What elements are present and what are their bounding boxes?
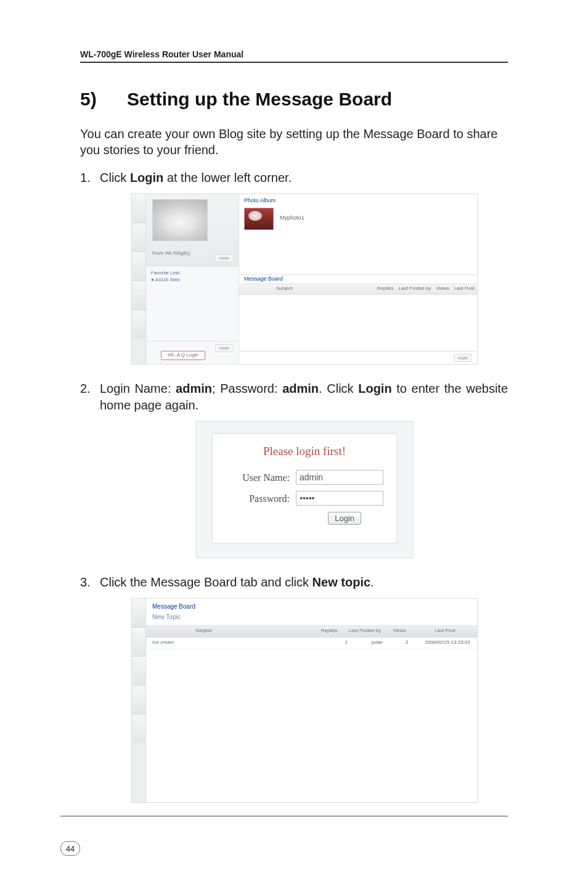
- th-lastposted: Last Posted by: [396, 285, 434, 292]
- vertical-tab[interactable]: [132, 657, 145, 686]
- album-meta: From WL700gE(): [152, 250, 190, 257]
- section-heading: 5)Setting up the Message Board: [80, 89, 508, 110]
- footer-rule: [60, 816, 508, 816]
- row-views: 3: [396, 639, 418, 646]
- step-1-bold: Login: [130, 171, 163, 184]
- figure-3-vertical-tabs: [132, 599, 146, 802]
- message-board-header: Subject Replies Last Posted by Views Las…: [239, 284, 477, 295]
- photo-album-title: Photo Album: [239, 194, 477, 205]
- table-row[interactable]: Ice cream 1 polar 3 2006/02/15 13:33:03: [146, 638, 477, 649]
- figure-1-vertical-tabs: [132, 194, 146, 364]
- login-button[interactable]: WL-A Q Login: [161, 351, 205, 360]
- login-card: Please login first! User Name: Password:…: [211, 433, 398, 544]
- th-views: Views: [386, 628, 413, 635]
- th-views: Views: [433, 285, 451, 292]
- step-1-marker: 1.: [80, 170, 91, 186]
- message-board-more-button[interactable]: more: [454, 354, 472, 362]
- message-board-page-title: Message Board: [146, 599, 477, 612]
- vertical-tab[interactable]: [132, 628, 145, 657]
- th-replies: Replies: [314, 628, 344, 635]
- password-input[interactable]: [296, 491, 383, 506]
- th-lastpost: Last Post: [413, 628, 477, 635]
- login-card-title: Please login first!: [226, 443, 383, 459]
- vertical-tab[interactable]: [132, 252, 145, 281]
- step-1-text-c: at the lower left corner.: [163, 171, 292, 184]
- th-subject: Subject: [239, 285, 375, 292]
- message-board-body: [239, 295, 477, 351]
- step-3-text-c: .: [370, 575, 374, 589]
- message-board-table-header: Subject Replies Last Posted by Views Las…: [146, 626, 477, 638]
- vertical-tab[interactable]: [132, 194, 145, 223]
- vertical-tab[interactable]: [132, 686, 145, 715]
- album-thumbnail[interactable]: [152, 199, 208, 241]
- message-board-footer: more: [239, 351, 477, 364]
- password-label: Password:: [226, 492, 296, 506]
- favorite-link-item[interactable]: ● ASUS Web: [151, 277, 234, 284]
- figure-2: Please login first! User Name: Password:…: [196, 421, 412, 557]
- album-widget: From WL700gE() more: [146, 194, 239, 266]
- step-3: 3. Click the Message Board tab and click…: [80, 574, 508, 802]
- step-2-text-a: Login Name:: [100, 382, 176, 395]
- login-strip: more WL-A Q Login: [146, 342, 239, 364]
- row-subject: Ice cream: [146, 639, 334, 646]
- row-lastpost: 2006/02/15 13:33:03: [418, 639, 477, 646]
- row-lastposted: polar: [359, 639, 396, 646]
- album-more-button[interactable]: more: [215, 254, 234, 262]
- username-label: User Name:: [226, 471, 296, 485]
- step-2-marker: 2.: [80, 380, 91, 397]
- step-3-marker: 3.: [80, 574, 91, 591]
- new-topic-link[interactable]: New Topic: [146, 612, 477, 626]
- username-input[interactable]: [296, 470, 383, 485]
- section-number: 5): [80, 89, 127, 110]
- photo-album-body: Myphoto1: [239, 205, 477, 274]
- th-lastposted: Last Posted by: [344, 628, 386, 635]
- vertical-tab[interactable]: [132, 599, 145, 628]
- intro-paragraph: You can create your own Blog site by set…: [80, 126, 508, 158]
- step-1: 1. Click Login at the lower left corner.: [80, 170, 508, 363]
- figure-3: Message Board New Topic Subject Replies …: [131, 598, 476, 802]
- favorite-links-title: Favorite Link:: [151, 270, 234, 277]
- vertical-tab[interactable]: [132, 223, 145, 252]
- step-3-text-a: Click the Message Board tab and click: [100, 575, 312, 589]
- message-board-title: Message Board: [239, 274, 477, 284]
- photo-label: Myphoto1: [280, 214, 304, 221]
- favorite-links-widget: Favorite Link: ● ASUS Web: [146, 266, 239, 342]
- vertical-tab[interactable]: [132, 715, 145, 743]
- login-submit-button[interactable]: Login: [328, 512, 361, 525]
- step-2: 2. Login Name: admin; Password: admin. C…: [80, 380, 508, 557]
- page-number: 44: [60, 841, 80, 856]
- vertical-tab[interactable]: [132, 310, 145, 339]
- running-head: WL-700gE Wireless Router User Manual: [80, 49, 508, 63]
- step-2-text-e: . Click: [319, 382, 358, 395]
- login-more-button[interactable]: more: [215, 344, 234, 352]
- vertical-tab[interactable]: [132, 281, 145, 310]
- photo-thumbnail[interactable]: [244, 208, 274, 230]
- step-1-text-a: Click: [100, 171, 130, 184]
- page-footer: 44: [60, 816, 508, 856]
- th-replies: Replies: [375, 285, 396, 292]
- section-title: Setting up the Message Board: [127, 89, 392, 109]
- row-replies: 1: [334, 639, 359, 646]
- step-2-text-c: ; Password:: [212, 382, 282, 395]
- figure-1: From WL700gE() more Favorite Link: ● ASU…: [131, 194, 476, 363]
- step-2-bold-admin2: admin: [282, 382, 319, 395]
- th-subject: Subject: [146, 628, 314, 635]
- step-2-bold-login: Login: [358, 382, 391, 395]
- step-2-bold-admin1: admin: [176, 382, 212, 395]
- th-lastpost: Last Post: [452, 285, 477, 292]
- step-3-bold: New topic: [312, 575, 370, 589]
